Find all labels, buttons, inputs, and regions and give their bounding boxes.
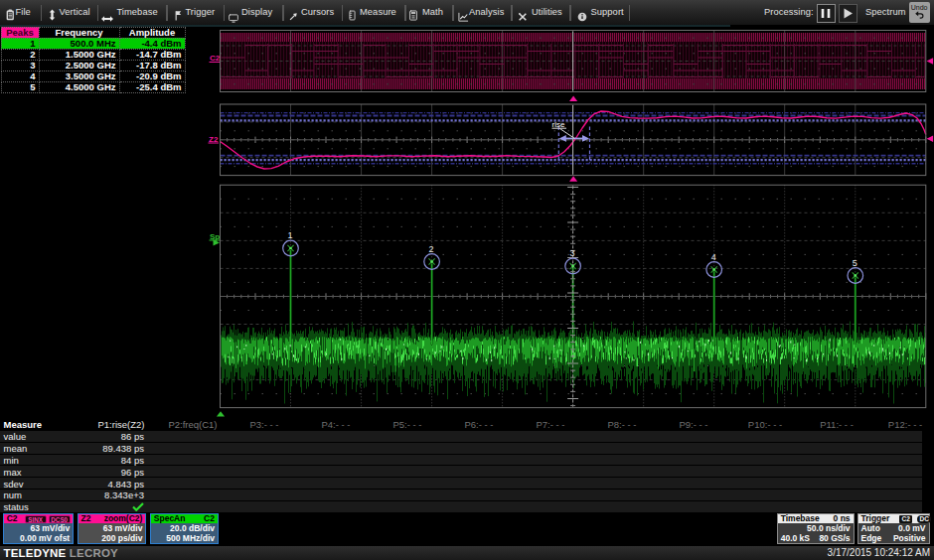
svg-text:2: 2 [429,244,434,254]
svg-text:1: 1 [288,230,293,240]
svg-text:C2: C2 [210,54,221,63]
svg-text:3: 3 [570,248,575,258]
svg-text:Z2: Z2 [209,135,219,144]
svg-text:Sp: Sp [210,232,220,241]
svg-text:rise: rise [552,120,565,129]
svg-text:5: 5 [853,258,857,268]
svg-text:4: 4 [711,252,716,262]
